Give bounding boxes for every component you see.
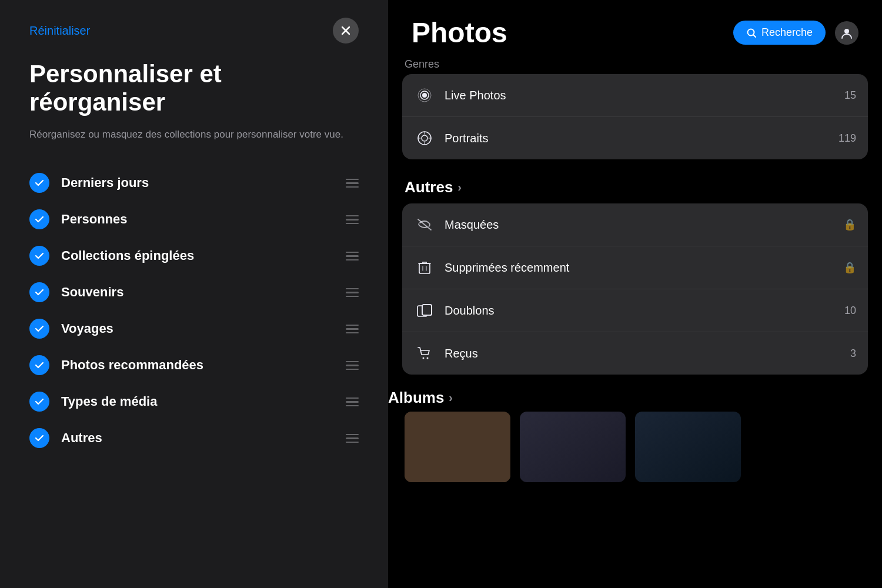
live-photos-icon [414, 85, 435, 106]
cart-icon [414, 343, 435, 364]
recus-row[interactable]: Reçus 3 [402, 332, 868, 375]
search-button[interactable]: Recherche [733, 21, 826, 45]
drag-handle[interactable] [346, 325, 359, 334]
drag-handle[interactable] [346, 179, 359, 188]
svg-point-11 [423, 358, 425, 359]
svg-rect-9 [422, 305, 432, 315]
live-photos-label: Live Photos [445, 89, 835, 102]
drag-handle[interactable] [346, 434, 359, 443]
drag-handle[interactable] [346, 252, 359, 261]
albums-grid [388, 407, 882, 482]
albums-chevron-icon: › [449, 391, 453, 405]
lock-icon: 🔒 [843, 218, 856, 231]
recus-label: Reçus [445, 347, 841, 360]
masquees-row[interactable]: Masquées 🔒 [402, 203, 868, 246]
list-item[interactable]: Voyages [29, 310, 359, 347]
svg-point-12 [427, 358, 429, 359]
svg-rect-7 [419, 263, 430, 273]
check-icon [29, 392, 49, 412]
list-item[interactable]: Personnes [29, 201, 359, 238]
item-label: Personnes [61, 212, 128, 227]
album-thumbnail[interactable] [520, 412, 626, 482]
left-header: Réinitialiser [29, 18, 359, 44]
panel-title: Personnaliser et réorganiser [29, 60, 359, 117]
doublons-label: Doublons [445, 304, 835, 318]
left-panel: Réinitialiser Personnaliser et réorganis… [0, 0, 388, 588]
genres-section-label: Genres [388, 58, 882, 74]
albums-label: Albums [388, 389, 444, 407]
genre-card: Live Photos 15 Portraits 119 [402, 74, 868, 159]
recus-count: 3 [850, 348, 856, 360]
portraits-label: Portraits [445, 132, 829, 145]
check-icon [29, 173, 49, 193]
list-item[interactable]: Photos recommandées [29, 347, 359, 383]
check-icon [29, 246, 49, 266]
live-photos-row[interactable]: Live Photos 15 [402, 74, 868, 117]
masquees-label: Masquées [445, 218, 834, 232]
list-item[interactable]: Derniers jours [29, 165, 359, 201]
user-avatar[interactable] [835, 21, 858, 45]
drag-handle[interactable] [346, 215, 359, 225]
item-label: Photos recommandées [61, 358, 203, 373]
search-icon [746, 28, 757, 38]
trash-icon [414, 257, 435, 278]
header-actions: Recherche [733, 21, 858, 45]
doublons-count: 10 [844, 305, 856, 317]
item-label: Voyages [61, 321, 113, 336]
supprimees-label: Supprimées récemment [445, 261, 834, 275]
check-icon [29, 282, 49, 302]
svg-point-1 [844, 29, 849, 34]
drag-handle[interactable] [346, 361, 359, 370]
right-header: Photos Recherche [388, 0, 882, 58]
album-thumbnail[interactable] [405, 412, 510, 482]
item-label: Souvenirs [61, 285, 123, 300]
portraits-icon [414, 128, 435, 149]
albums-section-header[interactable]: Albums › [388, 389, 882, 407]
hidden-icon [414, 214, 435, 235]
list-item[interactable]: Souvenirs [29, 274, 359, 310]
drag-handle[interactable] [346, 288, 359, 298]
check-icon [29, 319, 49, 339]
check-icon [29, 355, 49, 375]
live-photos-count: 15 [844, 89, 856, 102]
portraits-count: 119 [838, 132, 856, 145]
list-item[interactable]: Autres [29, 420, 359, 456]
album-thumbnail[interactable] [635, 412, 741, 482]
lock-icon: 🔒 [843, 261, 856, 274]
item-label: Autres [61, 430, 102, 446]
list-item[interactable]: Types de média [29, 383, 359, 420]
svg-point-2 [422, 93, 427, 98]
svg-point-6 [422, 135, 427, 141]
right-panel: Photos Recherche Genres [388, 0, 882, 588]
duplicate-icon [414, 300, 435, 321]
close-button[interactable] [333, 18, 359, 44]
doublons-row[interactable]: Doublons 10 [402, 289, 868, 332]
autres-label: Autres [405, 178, 453, 196]
item-label: Derniers jours [61, 175, 149, 191]
drag-handle[interactable] [346, 397, 359, 407]
reinitialiser-button[interactable]: Réinitialiser [29, 24, 90, 38]
portraits-row[interactable]: Portraits 119 [402, 117, 868, 159]
collection-list: Derniers jours Personnes Colle [29, 165, 359, 456]
list-item[interactable]: Collections épinglées [29, 238, 359, 274]
autres-card: Masquées 🔒 Supprimées récemment 🔒 [402, 203, 868, 375]
check-icon [29, 428, 49, 448]
item-label: Types de média [61, 394, 157, 409]
photos-title: Photos [412, 16, 507, 49]
autres-section-header[interactable]: Autres › [388, 173, 882, 203]
panel-description: Réorganisez ou masquez des collections p… [29, 128, 359, 142]
item-label: Collections épinglées [61, 248, 194, 263]
autres-chevron-icon: › [457, 181, 462, 194]
check-icon [29, 209, 49, 229]
supprimees-row[interactable]: Supprimées récemment 🔒 [402, 246, 868, 289]
